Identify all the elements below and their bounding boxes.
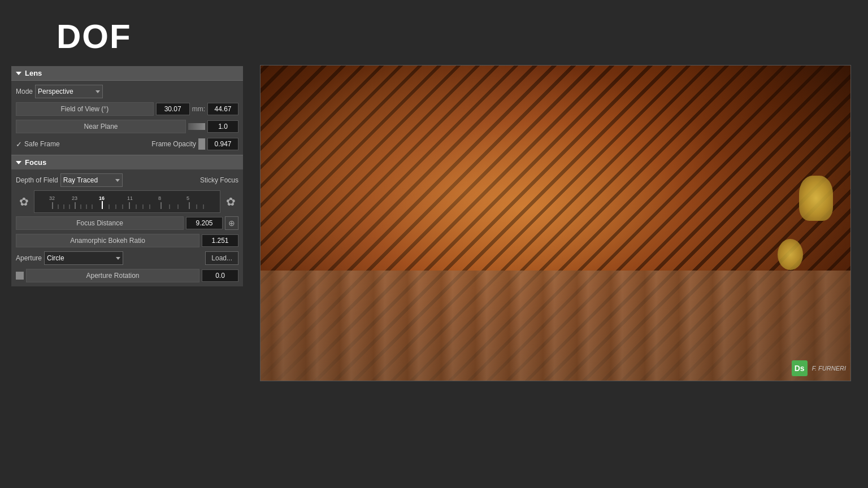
lens-section-header[interactable]: Lens bbox=[11, 66, 243, 81]
dof-mode-arrow bbox=[115, 179, 120, 182]
safe-frame-row: ✓ Safe Frame Frame Opacity bbox=[16, 137, 238, 151]
watermark: Ds F. FURNERI bbox=[792, 360, 846, 376]
aperture-rotation-input[interactable] bbox=[202, 269, 238, 282]
fov-input[interactable] bbox=[156, 103, 190, 115]
mm-input[interactable] bbox=[207, 103, 238, 115]
load-button[interactable]: Load... bbox=[205, 251, 238, 265]
anamorphic-row: Anamorphic Bokeh Ratio bbox=[16, 233, 238, 248]
frame-opacity-input[interactable] bbox=[207, 138, 238, 150]
lens-panel-body: Mode Perspective Field of View (°) mm: N… bbox=[11, 81, 243, 155]
svg-text:32: 32 bbox=[49, 195, 55, 201]
anamorphic-label: Anamorphic Bokeh Ratio bbox=[70, 237, 145, 245]
page-title: DOF bbox=[57, 17, 243, 56]
svg-text:16: 16 bbox=[99, 195, 105, 201]
svg-text:23: 23 bbox=[72, 195, 77, 201]
near-plane-slider[interactable] bbox=[188, 123, 205, 130]
dof-mode-dropdown[interactable]: Ray Traced bbox=[60, 173, 123, 187]
wood-board bbox=[261, 271, 850, 381]
focus-distance-row: Focus Distance ⊕ bbox=[16, 216, 238, 230]
fov-row: Field of View (°) mm: bbox=[16, 102, 238, 116]
furneri-label: F. FURNERI bbox=[812, 365, 846, 372]
aperture-dropdown-arrow bbox=[116, 257, 120, 260]
lens-collapse-arrow bbox=[16, 72, 21, 75]
sticky-focus-btn[interactable]: Sticky Focus bbox=[200, 176, 238, 184]
svg-text:8: 8 bbox=[158, 195, 161, 201]
near-plane-row: Near Plane bbox=[16, 119, 238, 134]
focus-pick-btn[interactable]: ⊕ bbox=[225, 216, 238, 230]
focus-collapse-arrow bbox=[16, 161, 21, 164]
svg-text:5: 5 bbox=[186, 195, 189, 201]
left-panel: DOF Lens Mode Perspective Field of View … bbox=[11, 17, 243, 286]
dof-label: Depth of Field bbox=[16, 176, 58, 184]
dof-row: Depth of Field Ray Traced Sticky Focus bbox=[16, 173, 238, 188]
mm-label: mm: bbox=[192, 105, 205, 113]
aperture-value: Circle bbox=[47, 254, 64, 262]
safe-frame-check[interactable]: ✓ bbox=[16, 140, 22, 149]
aperture-rotation-label: Aperture Rotation bbox=[86, 272, 139, 280]
frame-opacity-slider[interactable] bbox=[198, 138, 205, 150]
anamorphic-input[interactable] bbox=[202, 234, 238, 247]
render-image-panel: Ds F. FURNERI bbox=[260, 65, 851, 381]
aperture-row: Aperture Circle Load... bbox=[16, 251, 238, 265]
mode-value: Perspective bbox=[38, 88, 73, 95]
mode-row: Mode Perspective bbox=[16, 84, 238, 99]
near-plane-label: Near Plane bbox=[84, 123, 118, 130]
focus-header-label: Focus bbox=[25, 158, 46, 167]
lens-header-label: Lens bbox=[25, 69, 42, 77]
focus-distance-input[interactable] bbox=[186, 217, 223, 229]
near-plane-input[interactable] bbox=[207, 120, 238, 133]
mode-dropdown[interactable]: Perspective bbox=[35, 85, 103, 98]
garnish-1 bbox=[799, 176, 833, 221]
aperture-rotation-row: Aperture Rotation bbox=[16, 268, 238, 283]
focus-panel-body: Depth of Field Ray Traced Sticky Focus ✿… bbox=[11, 169, 243, 286]
aperture-label: Aperture bbox=[16, 254, 42, 262]
focus-icon-right: ✿ bbox=[223, 195, 238, 208]
frame-opacity-label: Frame Opacity bbox=[151, 140, 196, 148]
dof-mode-value: Ray Traced bbox=[63, 176, 98, 184]
focus-distance-label: Focus Distance bbox=[76, 219, 123, 227]
focus-section-header[interactable]: Focus bbox=[11, 155, 243, 169]
svg-text:11: 11 bbox=[127, 195, 133, 201]
aperture-rotation-slider-thumb[interactable] bbox=[16, 272, 24, 280]
ds-badge: Ds bbox=[792, 360, 808, 376]
ruler-row: ✿ 32 23 16 11 8 5 bbox=[16, 190, 238, 213]
focus-ruler[interactable]: 32 23 16 11 8 5 bbox=[34, 190, 220, 213]
mode-label: Mode bbox=[16, 88, 33, 95]
ruler-svg: 32 23 16 11 8 5 bbox=[37, 193, 218, 210]
focus-icon-left: ✿ bbox=[16, 195, 32, 208]
fov-label: Field of View (°) bbox=[61, 105, 109, 113]
safe-frame-label[interactable]: Safe Frame bbox=[24, 140, 60, 148]
aperture-dropdown[interactable]: Circle bbox=[44, 251, 123, 265]
mode-dropdown-arrow bbox=[96, 90, 100, 93]
